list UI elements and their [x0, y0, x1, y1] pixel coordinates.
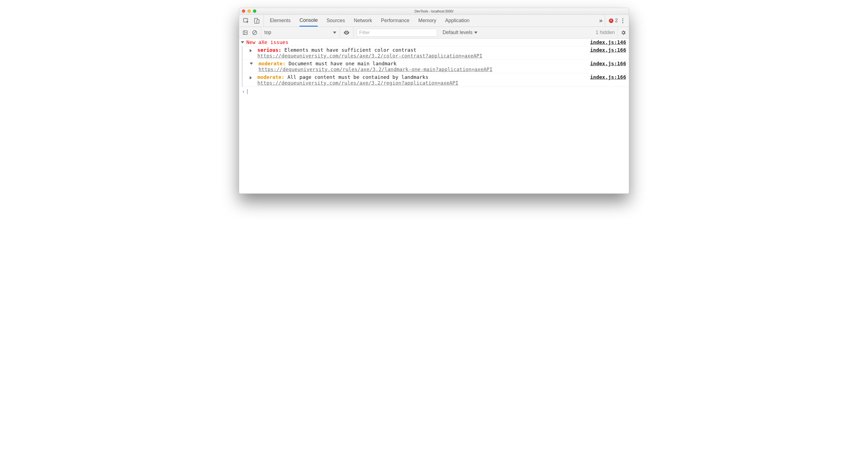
chevron-down-icon	[474, 32, 477, 34]
tabs-right-controls: ✕ 2	[605, 15, 629, 27]
tab-memory[interactable]: Memory	[418, 15, 436, 27]
console-group-body: serious: Elements must have sufficient c…	[242, 46, 629, 87]
message-text: Document must have one main landmark	[288, 61, 396, 66]
toolbar-left	[239, 27, 261, 38]
minimize-window-button[interactable]	[247, 9, 251, 13]
context-label: top	[264, 30, 271, 35]
message-body: moderate: All page content must be conta…	[254, 74, 458, 86]
filter-section: Default levels	[353, 27, 481, 38]
source-link[interactable]: index.js:166	[587, 74, 626, 80]
source-link[interactable]: index.js:166	[587, 47, 626, 53]
disclosure-triangle-icon[interactable]	[250, 76, 252, 80]
console-message[interactable]: moderate: All page content must be conta…	[243, 73, 629, 87]
tab-console[interactable]: Console	[300, 15, 318, 27]
source-link[interactable]: index.js:146	[587, 39, 626, 45]
help-link[interactable]: https://dequeuniversity.com/rules/axe/3.…	[257, 80, 458, 86]
toggle-device-toolbar-icon[interactable]	[253, 18, 259, 24]
message-text: Elements must have sufficient color cont…	[284, 47, 416, 53]
context-selector[interactable]: top	[261, 27, 340, 38]
inspect-element-icon[interactable]	[243, 18, 249, 24]
tabs-overflow-button[interactable]: »	[596, 15, 605, 27]
live-expression-section	[340, 27, 353, 38]
severity-label: moderate:	[258, 61, 286, 66]
tab-label: Elements	[270, 18, 290, 24]
create-live-expression-icon[interactable]	[343, 29, 350, 36]
console-group-header[interactable]: New aXe issues index.js:146	[239, 38, 629, 46]
disclosure-triangle-icon[interactable]	[241, 41, 244, 43]
error-count-badge[interactable]: ✕ 2	[609, 18, 618, 24]
prompt-chevron-icon: ›	[242, 89, 245, 94]
filter-input[interactable]	[357, 29, 437, 36]
error-icon: ✕	[609, 19, 613, 23]
tab-application[interactable]: Application	[445, 15, 469, 27]
show-console-sidebar-icon[interactable]	[243, 30, 248, 35]
chevrons-right-icon: »	[599, 17, 601, 24]
console-message[interactable]: serious: Elements must have sufficient c…	[243, 46, 629, 60]
disclosure-triangle-icon[interactable]	[250, 63, 253, 65]
help-link[interactable]: https://dequeuniversity.com/rules/axe/3.…	[257, 53, 483, 59]
levels-label: Default levels	[442, 30, 472, 35]
tab-label: Console	[300, 18, 318, 23]
console-settings-button[interactable]	[618, 27, 629, 38]
close-window-button[interactable]	[242, 9, 245, 13]
tabs-list: Elements Console Sources Network Perform…	[264, 15, 596, 27]
console-message[interactable]: moderate: Document must have one main la…	[243, 60, 629, 73]
tab-label: Performance	[381, 18, 409, 24]
tab-elements[interactable]: Elements	[270, 15, 290, 27]
tab-performance[interactable]: Performance	[381, 15, 409, 27]
window-title: DevTools - localhost:3000/	[414, 9, 454, 13]
console-output: New aXe issues index.js:146 serious: Ele…	[239, 38, 629, 193]
severity-label: moderate:	[257, 74, 284, 80]
window-controls	[242, 9, 256, 13]
console-prompt[interactable]: ›	[239, 87, 629, 96]
tab-network[interactable]: Network	[354, 15, 372, 27]
hidden-messages-count[interactable]: 1 hidden	[596, 30, 618, 35]
log-levels-selector[interactable]: Default levels	[442, 30, 477, 35]
error-count: 2	[615, 18, 618, 24]
zoom-window-button[interactable]	[253, 9, 256, 13]
tab-label: Sources	[327, 18, 345, 24]
tab-label: Memory	[418, 18, 436, 24]
tab-label: Network	[354, 18, 372, 24]
tabs-bar: Elements Console Sources Network Perform…	[239, 15, 629, 27]
disclosure-triangle-icon[interactable]	[250, 49, 252, 52]
tab-label: Application	[445, 18, 469, 24]
console-toolbar: top Default levels 1 hidden	[239, 27, 629, 38]
help-link[interactable]: https://dequeuniversity.com/rules/axe/3.…	[258, 66, 492, 72]
severity-label: serious:	[257, 47, 281, 53]
message-text: All page content must be contained by la…	[287, 74, 428, 80]
devtools-window: DevTools - localhost:3000/ Elements Cons…	[239, 8, 629, 194]
group-title: New aXe issues	[246, 39, 288, 45]
svg-rect-2	[257, 20, 259, 23]
more-options-button[interactable]	[621, 18, 625, 23]
clear-console-icon[interactable]	[252, 30, 257, 35]
message-body: moderate: Document must have one main la…	[255, 61, 492, 72]
message-body: serious: Elements must have sufficient c…	[254, 47, 483, 59]
source-link[interactable]: index.js:166	[587, 61, 626, 66]
tabs-left-controls	[239, 15, 264, 27]
titlebar: DevTools - localhost:3000/	[239, 8, 629, 15]
tab-sources[interactable]: Sources	[327, 15, 345, 27]
chevron-down-icon	[333, 32, 336, 34]
